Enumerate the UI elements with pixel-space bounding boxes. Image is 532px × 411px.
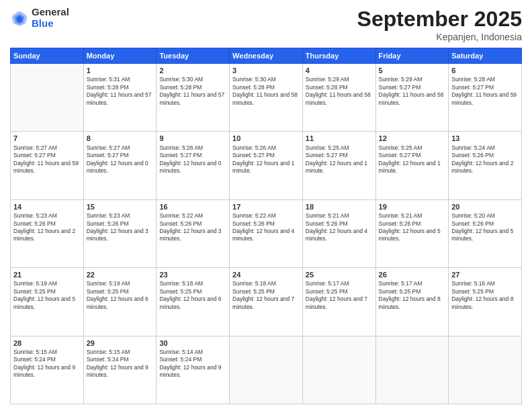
day-number: 24 bbox=[232, 270, 300, 279]
table-row: 6Sunrise: 5:28 AM Sunset: 5:27 PM Daylig… bbox=[449, 64, 522, 132]
table-row: 27Sunrise: 5:16 AM Sunset: 5:25 PM Dayli… bbox=[449, 268, 522, 336]
day-number: 14 bbox=[13, 202, 81, 212]
title-block: September 2025 Kepanjen, Indonesia bbox=[357, 7, 522, 42]
day-number: 18 bbox=[306, 202, 373, 212]
day-number: 7 bbox=[13, 134, 81, 143]
table-row: 12Sunrise: 5:25 AM Sunset: 5:27 PM Dayli… bbox=[375, 132, 449, 199]
day-info: Sunrise: 5:18 AM Sunset: 5:25 PM Dayligh… bbox=[232, 280, 300, 311]
day-number: 3 bbox=[232, 66, 300, 75]
table-row bbox=[375, 336, 449, 404]
day-info: Sunrise: 5:26 AM Sunset: 5:27 PM Dayligh… bbox=[159, 144, 226, 175]
table-row: 2Sunrise: 5:30 AM Sunset: 5:28 PM Daylig… bbox=[157, 64, 230, 132]
day-info: Sunrise: 5:15 AM Sunset: 5:24 PM Dayligh… bbox=[87, 349, 154, 379]
table-row bbox=[449, 336, 522, 404]
table-row: 14Sunrise: 5:23 AM Sunset: 5:26 PM Dayli… bbox=[11, 199, 84, 267]
day-info: Sunrise: 5:19 AM Sunset: 5:25 PM Dayligh… bbox=[13, 280, 81, 311]
table-row: 19Sunrise: 5:21 AM Sunset: 5:26 PM Dayli… bbox=[375, 199, 449, 267]
calendar-week-row: 1Sunrise: 5:31 AM Sunset: 5:28 PM Daylig… bbox=[11, 64, 522, 132]
day-number: 1 bbox=[87, 66, 154, 75]
day-info: Sunrise: 5:15 AM Sunset: 5:24 PM Dayligh… bbox=[13, 349, 81, 379]
day-number: 19 bbox=[379, 202, 446, 212]
day-number: 4 bbox=[306, 66, 373, 75]
day-info: Sunrise: 5:23 AM Sunset: 5:26 PM Dayligh… bbox=[87, 212, 154, 243]
day-number: 22 bbox=[87, 270, 154, 279]
table-row: 29Sunrise: 5:15 AM Sunset: 5:24 PM Dayli… bbox=[83, 336, 157, 404]
day-number: 20 bbox=[451, 202, 519, 212]
table-row: 3Sunrise: 5:30 AM Sunset: 5:28 PM Daylig… bbox=[230, 64, 303, 132]
day-number: 17 bbox=[232, 202, 300, 212]
logo-general-text: General bbox=[32, 7, 69, 18]
table-row: 26Sunrise: 5:17 AM Sunset: 5:25 PM Dayli… bbox=[375, 268, 449, 336]
day-info: Sunrise: 5:26 AM Sunset: 5:27 PM Dayligh… bbox=[232, 144, 300, 175]
day-number: 30 bbox=[159, 338, 226, 348]
col-monday: Monday bbox=[83, 48, 157, 64]
day-number: 25 bbox=[306, 270, 373, 279]
table-row: 16Sunrise: 5:22 AM Sunset: 5:26 PM Dayli… bbox=[157, 199, 230, 267]
table-row: 30Sunrise: 5:14 AM Sunset: 5:24 PM Dayli… bbox=[157, 336, 230, 404]
day-info: Sunrise: 5:19 AM Sunset: 5:25 PM Dayligh… bbox=[87, 280, 154, 311]
day-info: Sunrise: 5:29 AM Sunset: 5:27 PM Dayligh… bbox=[379, 76, 446, 107]
day-info: Sunrise: 5:18 AM Sunset: 5:25 PM Dayligh… bbox=[159, 280, 226, 311]
table-row: 17Sunrise: 5:22 AM Sunset: 5:26 PM Dayli… bbox=[230, 199, 303, 267]
table-row: 24Sunrise: 5:18 AM Sunset: 5:25 PM Dayli… bbox=[230, 268, 303, 336]
col-friday: Friday bbox=[375, 48, 449, 64]
day-info: Sunrise: 5:22 AM Sunset: 5:26 PM Dayligh… bbox=[159, 212, 226, 243]
day-number: 8 bbox=[87, 134, 154, 143]
col-tuesday: Tuesday bbox=[157, 48, 230, 64]
day-number: 27 bbox=[451, 270, 519, 279]
calendar-header-row: Sunday Monday Tuesday Wednesday Thursday… bbox=[11, 48, 522, 64]
page: General Blue September 2025 Kepanjen, In… bbox=[0, 0, 532, 411]
logo-text: General Blue bbox=[32, 7, 69, 29]
day-info: Sunrise: 5:17 AM Sunset: 5:25 PM Dayligh… bbox=[306, 280, 373, 311]
day-number: 23 bbox=[159, 270, 226, 279]
day-info: Sunrise: 5:21 AM Sunset: 5:26 PM Dayligh… bbox=[379, 212, 446, 243]
table-row: 20Sunrise: 5:20 AM Sunset: 5:26 PM Dayli… bbox=[449, 199, 522, 267]
table-row: 25Sunrise: 5:17 AM Sunset: 5:25 PM Dayli… bbox=[302, 268, 375, 336]
col-wednesday: Wednesday bbox=[230, 48, 303, 64]
day-number: 21 bbox=[13, 270, 81, 279]
table-row: 23Sunrise: 5:18 AM Sunset: 5:25 PM Dayli… bbox=[157, 268, 230, 336]
day-number: 12 bbox=[379, 134, 446, 143]
day-number: 11 bbox=[306, 134, 373, 143]
day-info: Sunrise: 5:22 AM Sunset: 5:26 PM Dayligh… bbox=[232, 212, 300, 243]
day-info: Sunrise: 5:24 AM Sunset: 5:26 PM Dayligh… bbox=[451, 144, 519, 175]
table-row: 8Sunrise: 5:27 AM Sunset: 5:27 PM Daylig… bbox=[83, 132, 157, 199]
day-info: Sunrise: 5:25 AM Sunset: 5:27 PM Dayligh… bbox=[379, 144, 446, 175]
table-row: 7Sunrise: 5:27 AM Sunset: 5:27 PM Daylig… bbox=[11, 132, 84, 199]
table-row bbox=[11, 64, 84, 132]
logo-icon bbox=[10, 9, 29, 28]
col-saturday: Saturday bbox=[449, 48, 522, 64]
day-number: 5 bbox=[379, 66, 446, 75]
day-number: 2 bbox=[159, 66, 226, 75]
day-info: Sunrise: 5:14 AM Sunset: 5:24 PM Dayligh… bbox=[159, 349, 226, 379]
location: Kepanjen, Indonesia bbox=[357, 32, 522, 42]
day-info: Sunrise: 5:23 AM Sunset: 5:26 PM Dayligh… bbox=[13, 212, 81, 243]
day-number: 9 bbox=[159, 134, 226, 143]
table-row: 1Sunrise: 5:31 AM Sunset: 5:28 PM Daylig… bbox=[83, 64, 157, 132]
table-row: 11Sunrise: 5:25 AM Sunset: 5:27 PM Dayli… bbox=[302, 132, 375, 199]
table-row: 18Sunrise: 5:21 AM Sunset: 5:26 PM Dayli… bbox=[302, 199, 375, 267]
day-number: 28 bbox=[13, 338, 81, 348]
day-info: Sunrise: 5:21 AM Sunset: 5:26 PM Dayligh… bbox=[306, 212, 373, 243]
table-row: 13Sunrise: 5:24 AM Sunset: 5:26 PM Dayli… bbox=[449, 132, 522, 199]
header: General Blue September 2025 Kepanjen, In… bbox=[10, 7, 522, 42]
day-number: 13 bbox=[451, 134, 519, 143]
day-info: Sunrise: 5:28 AM Sunset: 5:27 PM Dayligh… bbox=[451, 76, 519, 107]
table-row: 4Sunrise: 5:29 AM Sunset: 5:28 PM Daylig… bbox=[302, 64, 375, 132]
calendar-week-row: 28Sunrise: 5:15 AM Sunset: 5:24 PM Dayli… bbox=[11, 336, 522, 404]
day-number: 29 bbox=[87, 338, 154, 348]
table-row: 15Sunrise: 5:23 AM Sunset: 5:26 PM Dayli… bbox=[83, 199, 157, 267]
col-thursday: Thursday bbox=[302, 48, 375, 64]
table-row: 28Sunrise: 5:15 AM Sunset: 5:24 PM Dayli… bbox=[11, 336, 84, 404]
day-info: Sunrise: 5:27 AM Sunset: 5:27 PM Dayligh… bbox=[87, 144, 154, 175]
table-row: 21Sunrise: 5:19 AM Sunset: 5:25 PM Dayli… bbox=[11, 268, 84, 336]
col-sunday: Sunday bbox=[11, 48, 84, 64]
day-info: Sunrise: 5:27 AM Sunset: 5:27 PM Dayligh… bbox=[13, 144, 81, 175]
day-info: Sunrise: 5:17 AM Sunset: 5:25 PM Dayligh… bbox=[379, 280, 446, 311]
logo-blue-text: Blue bbox=[32, 18, 69, 30]
day-info: Sunrise: 5:30 AM Sunset: 5:28 PM Dayligh… bbox=[232, 76, 300, 107]
calendar-table: Sunday Monday Tuesday Wednesday Thursday… bbox=[10, 48, 522, 404]
day-info: Sunrise: 5:25 AM Sunset: 5:27 PM Dayligh… bbox=[306, 144, 373, 175]
calendar-week-row: 7Sunrise: 5:27 AM Sunset: 5:27 PM Daylig… bbox=[11, 132, 522, 199]
table-row bbox=[230, 336, 303, 404]
